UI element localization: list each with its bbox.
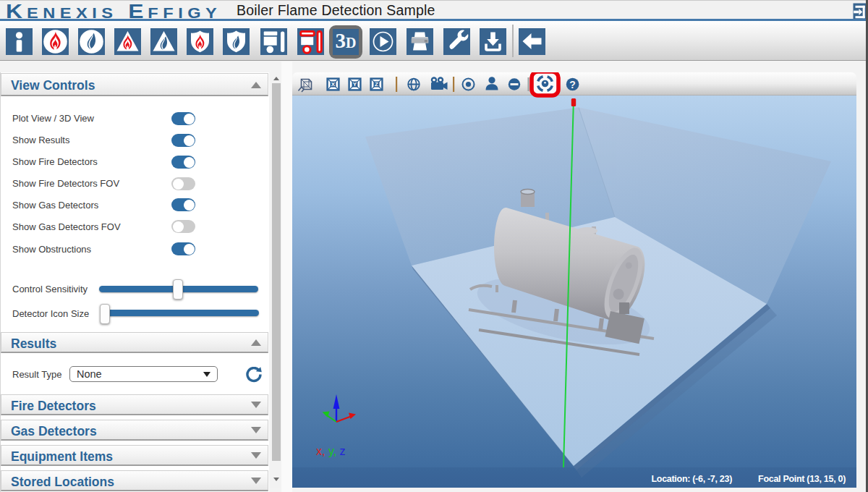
svg-text:Y: Y [353, 81, 357, 88]
svg-text:x, y, z: x, y, z [316, 445, 346, 457]
svg-text:Location: (-6, -7, 23): Location: (-6, -7, 23) [652, 474, 733, 484]
svg-text:?: ? [569, 79, 576, 90]
svg-text:Z: Z [375, 81, 378, 88]
svg-text:X: X [331, 81, 336, 88]
svg-text:Focal Point (13, 15, 0): Focal Point (13, 15, 0) [758, 474, 846, 484]
